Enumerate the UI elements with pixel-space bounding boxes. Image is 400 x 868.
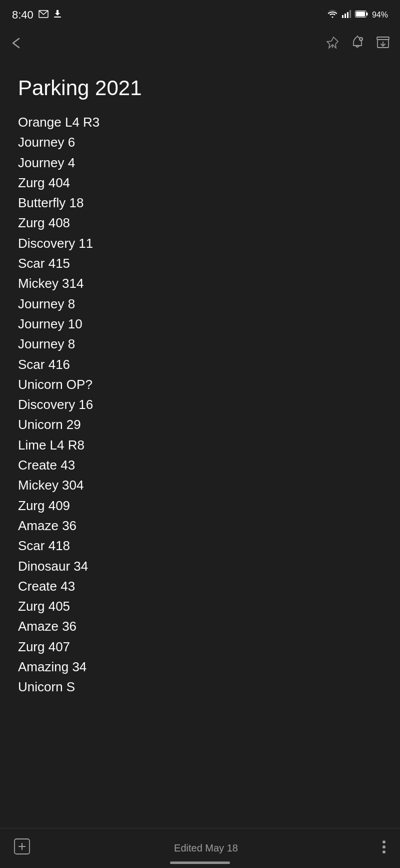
toolbar	[0, 28, 400, 60]
note-line: Mickey 304	[18, 475, 382, 495]
note-content: Orange L4 R3Journey 6Journey 4Zurg 404Bu…	[0, 112, 400, 747]
add-note-button[interactable]	[14, 838, 30, 858]
note-line: Lime L4 R8	[18, 435, 382, 455]
svg-point-21	[382, 845, 386, 848]
note-line: Unicorn 29	[18, 414, 382, 435]
svg-rect-5	[350, 10, 351, 18]
note-line: Journey 6	[18, 132, 382, 152]
signal-icon	[342, 10, 351, 20]
status-bar: 8:40	[0, 0, 400, 28]
note-line: Journey 8	[18, 334, 382, 354]
back-button[interactable]	[10, 37, 24, 52]
note-line: Butterfly 18	[18, 193, 382, 213]
svg-rect-3	[344, 14, 346, 18]
note-line: Dinosaur 34	[18, 556, 382, 576]
note-line: Create 43	[18, 455, 382, 475]
note-line: Orange L4 R3	[18, 112, 382, 132]
note-line: Zurg 404	[18, 173, 382, 193]
download-icon	[54, 10, 62, 21]
toolbar-right	[326, 36, 390, 53]
note-line: Mickey 314	[18, 273, 382, 293]
note-title: Parking 2021	[0, 60, 400, 112]
note-line: Amaze 36	[18, 616, 382, 636]
status-time: 8:40	[12, 9, 34, 22]
svg-point-20	[382, 840, 386, 843]
note-line: Journey 4	[18, 153, 382, 173]
home-indicator	[170, 861, 230, 864]
note-line: Zurg 409	[18, 496, 382, 516]
svg-rect-1	[54, 17, 61, 18]
reminder-icon[interactable]	[351, 36, 364, 53]
status-right: 94%	[327, 10, 388, 20]
note-line: Unicorn S	[18, 677, 382, 697]
archive-icon[interactable]	[376, 36, 390, 53]
gmail-icon	[38, 10, 48, 20]
edited-timestamp: Edited May 18	[174, 842, 238, 854]
note-line: Journey 8	[18, 294, 382, 314]
note-line: Discovery 16	[18, 394, 382, 414]
battery-icon	[355, 11, 368, 20]
svg-rect-7	[356, 12, 365, 17]
note-line: Zurg 405	[18, 596, 382, 616]
battery-percentage: 94%	[372, 11, 388, 20]
status-left: 8:40	[12, 9, 62, 22]
note-line: Zurg 408	[18, 213, 382, 233]
note-line: Journey 10	[18, 314, 382, 334]
wifi-icon	[327, 10, 338, 20]
note-line: Amazing 34	[18, 657, 382, 677]
svg-rect-4	[347, 12, 348, 18]
pin-icon[interactable]	[326, 36, 339, 53]
note-line: Scar 415	[18, 253, 382, 273]
svg-rect-2	[342, 15, 344, 18]
note-line: Create 43	[18, 576, 382, 596]
note-line: Discovery 11	[18, 233, 382, 253]
more-options-button[interactable]	[382, 840, 386, 857]
svg-rect-8	[366, 13, 368, 16]
note-line: Scar 418	[18, 536, 382, 556]
note-line: Unicorn OP?	[18, 374, 382, 394]
toolbar-left	[10, 37, 24, 52]
note-line: Amaze 36	[18, 516, 382, 536]
note-line: Zurg 407	[18, 637, 382, 657]
note-line: Scar 416	[18, 354, 382, 374]
svg-point-22	[382, 850, 386, 853]
